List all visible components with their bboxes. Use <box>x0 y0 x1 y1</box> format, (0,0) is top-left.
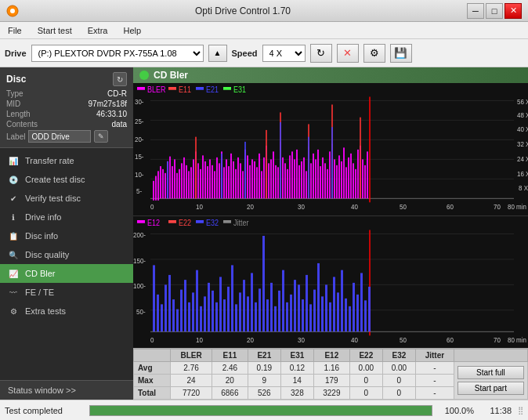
progress-pct: 100.0% <box>439 406 474 415</box>
svg-rect-199 <box>259 288 261 331</box>
svg-rect-98 <box>289 155 291 198</box>
cd-bler-icon: 📈 <box>8 268 19 279</box>
svg-rect-177 <box>172 299 175 331</box>
svg-rect-117 <box>334 159 335 198</box>
svg-text:50: 50 <box>400 202 407 211</box>
svg-rect-95 <box>282 158 284 198</box>
svg-text:E11: E11 <box>179 85 191 95</box>
sidebar-item-create-test-disc[interactable]: 💿 Create test disc <box>0 170 133 189</box>
svg-rect-72 <box>228 166 230 198</box>
svg-text:10-: 10- <box>135 170 144 179</box>
svg-rect-201 <box>266 299 269 331</box>
start-full-button[interactable]: Start full <box>457 366 524 379</box>
svg-rect-114 <box>327 169 328 198</box>
svg-rect-129 <box>362 159 363 198</box>
minimize-button[interactable]: ─ <box>467 3 484 19</box>
disc-label-edit-btn[interactable]: ✎ <box>94 130 108 143</box>
sidebar-item-label: Drive info <box>25 212 61 222</box>
menu-extra[interactable]: Extra <box>85 25 111 36</box>
menu-help[interactable]: Help <box>120 25 144 36</box>
drive-up-btn[interactable]: ▲ <box>208 45 227 62</box>
disc-info-icon: 📋 <box>8 230 19 241</box>
svg-rect-206 <box>286 302 288 331</box>
svg-rect-204 <box>278 290 280 331</box>
fe-te-icon: 〰 <box>8 287 19 298</box>
svg-rect-182 <box>192 292 194 331</box>
sidebar-item-fe-te[interactable]: 〰 FE / TE <box>0 283 133 302</box>
close-button[interactable]: ✕ <box>504 3 522 19</box>
svg-text:150-: 150- <box>133 256 146 265</box>
svg-text:8 X: 8 X <box>519 183 528 192</box>
svg-rect-55 <box>188 171 190 198</box>
svg-text:5-: 5- <box>136 186 142 195</box>
svg-text:30-: 30- <box>135 98 144 107</box>
toolbar: Drive (P:) PLEXTOR DVDR PX-755A 1.08 ▲ S… <box>0 39 528 67</box>
svg-rect-221 <box>345 298 347 331</box>
restore-button[interactable]: □ <box>486 3 503 19</box>
svg-text:10: 10 <box>196 202 203 211</box>
svg-rect-83 <box>254 161 255 198</box>
status-window-btn[interactable]: Status window >> <box>0 380 133 400</box>
svg-rect-218 <box>333 277 335 331</box>
svg-rect-215 <box>321 296 324 331</box>
svg-text:0: 0 <box>150 335 154 344</box>
sidebar-item-drive-info[interactable]: ℹ Drive info <box>0 208 133 226</box>
disc-label-input[interactable] <box>28 130 91 143</box>
sidebar-item-extra-tests[interactable]: ⚙ Extra tests <box>0 302 133 320</box>
svg-text:100-: 100- <box>133 281 146 290</box>
sidebar-item-cd-bler[interactable]: 📈 CD Bler <box>0 264 133 283</box>
sidebar-item-disc-info[interactable]: 📋 Disc info <box>0 226 133 245</box>
erase-btn[interactable]: ✕ <box>337 44 359 63</box>
disc-quality-icon: 🔍 <box>8 249 19 260</box>
svg-rect-137 <box>360 118 361 199</box>
svg-rect-190 <box>223 299 226 331</box>
svg-rect-80 <box>247 155 248 198</box>
max-e32: 0 <box>382 375 415 387</box>
start-part-button[interactable]: Start part <box>457 382 524 395</box>
total-e31: 328 <box>280 387 313 400</box>
svg-rect-65 <box>212 165 213 198</box>
sidebar-item-label: Disc info <box>25 231 58 241</box>
sidebar-item-transfer-rate[interactable]: 📊 Transfer rate <box>0 151 133 170</box>
svg-text:25-: 25- <box>135 118 144 126</box>
svg-text:E22: E22 <box>179 218 191 227</box>
svg-rect-113 <box>324 163 326 198</box>
sidebar-item-verify-test-disc[interactable]: ✔ Verify test disc <box>0 189 133 208</box>
svg-rect-126 <box>355 169 356 198</box>
settings-btn[interactable]: ⚙ <box>363 44 385 63</box>
svg-rect-140 <box>244 142 246 198</box>
svg-rect-81 <box>249 165 251 198</box>
status-window-label: Status window >> <box>8 386 76 395</box>
svg-rect-86 <box>261 171 262 198</box>
save-btn[interactable]: 💾 <box>390 44 412 63</box>
svg-rect-120 <box>341 161 342 198</box>
svg-rect-50 <box>176 173 178 198</box>
svg-rect-187 <box>212 290 214 331</box>
drive-select[interactable]: (P:) PLEXTOR DVDR PX-755A 1.08 <box>31 45 204 62</box>
speed-select[interactable]: 4 X Max 1 X 2 X 8 X <box>262 45 306 62</box>
menu-start-test[interactable]: Start test <box>34 25 75 36</box>
svg-text:20: 20 <box>247 202 254 211</box>
svg-text:40 X: 40 X <box>517 125 528 134</box>
svg-rect-205 <box>282 270 284 331</box>
svg-rect-188 <box>215 302 218 331</box>
col-e32: E32 <box>382 349 415 362</box>
disc-title: Disc <box>6 74 26 85</box>
svg-rect-43 <box>160 166 161 198</box>
disc-refresh-btn[interactable]: ↻ <box>113 72 127 86</box>
svg-rect-73 <box>230 154 232 198</box>
svg-text:20-: 20- <box>135 135 144 143</box>
svg-rect-225 <box>360 273 363 331</box>
window-title: Opti Drive Control 1.70 <box>19 5 467 16</box>
svg-text:E21: E21 <box>206 85 219 95</box>
svg-rect-174 <box>161 304 163 331</box>
refresh-btn[interactable]: ↻ <box>310 44 332 63</box>
svg-rect-216 <box>325 284 327 331</box>
title-bar: Opti Drive Control 1.70 ─ □ ✕ <box>0 0 528 22</box>
avg-bler: 2.76 <box>171 362 212 375</box>
sidebar-item-disc-quality[interactable]: 🔍 Disc quality <box>0 245 133 264</box>
col-label <box>134 349 171 362</box>
svg-rect-87 <box>263 158 265 198</box>
svg-rect-226 <box>364 300 367 331</box>
menu-file[interactable]: File <box>5 25 25 36</box>
